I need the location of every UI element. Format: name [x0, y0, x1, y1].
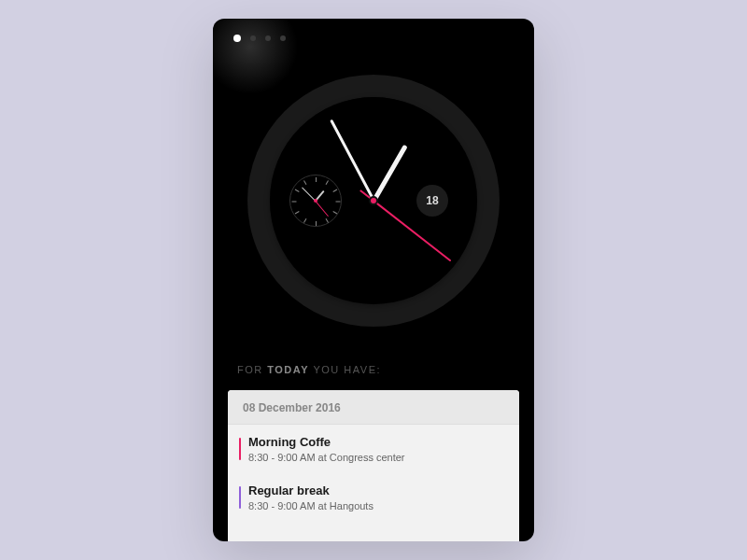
- hour-hand: [372, 145, 407, 202]
- event-title: Morning Coffe: [248, 435, 504, 449]
- page-dot-1[interactable]: [233, 35, 241, 42]
- center-pin: [369, 196, 378, 205]
- subdial-pin: [314, 199, 317, 203]
- page-dot-4[interactable]: [280, 35, 286, 41]
- event-detail: 8:30 - 9:00 AM at Congress center: [248, 452, 504, 463]
- card-date: 08 December 2016: [228, 390, 519, 425]
- event-item[interactable]: Morning Coffe 8:30 - 9:00 AM at Congress…: [228, 425, 519, 473]
- event-accent-bar: [239, 438, 241, 460]
- page-dot-3[interactable]: [265, 35, 271, 41]
- page-indicator[interactable]: [233, 35, 286, 42]
- subdial: [289, 175, 342, 227]
- page-dot-2[interactable]: [250, 35, 256, 41]
- event-accent-bar: [239, 486, 241, 509]
- clock-face: 18: [270, 97, 477, 304]
- heading-bold: TODAY: [267, 364, 309, 375]
- subdial-second-hand: [315, 201, 329, 217]
- event-title: Regular break: [248, 483, 504, 497]
- section-heading: FOR TODAY YOU HAVE:: [237, 364, 381, 375]
- date-complication: 18: [416, 185, 448, 217]
- today-card[interactable]: 08 December 2016 Morning Coffe 8:30 - 9:…: [228, 390, 519, 541]
- heading-pre: FOR: [237, 364, 267, 375]
- event-detail: 8:30 - 9:00 AM at Hangouts: [248, 500, 504, 511]
- phone-frame: 18 FOR TODAY YOU HAVE: 08 December 2016 …: [213, 19, 534, 541]
- heading-post: YOU HAVE:: [309, 364, 381, 375]
- analog-clock: 18: [247, 75, 500, 327]
- event-item[interactable]: Regular break 8:30 - 9:00 AM at Hangouts: [228, 473, 519, 522]
